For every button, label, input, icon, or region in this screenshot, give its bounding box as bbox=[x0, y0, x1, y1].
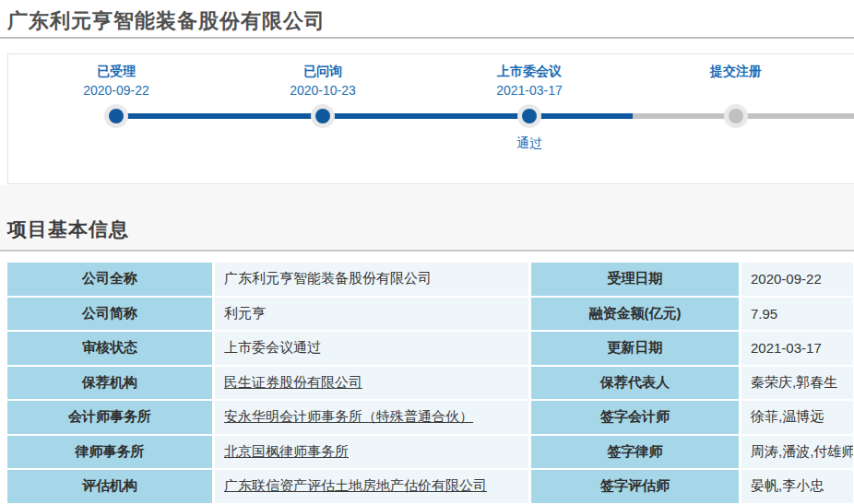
value-update-date: 2021-03-17 bbox=[741, 332, 853, 365]
label-sponsor-institution: 保荐机构 bbox=[7, 367, 212, 400]
label-acceptance-date: 受理日期 bbox=[531, 263, 739, 296]
label-signing-appraisers: 签字评估师 bbox=[531, 470, 739, 503]
stage-date-accepted: 2020-09-22 bbox=[42, 83, 190, 98]
label-law-firm: 律师事务所 bbox=[7, 436, 212, 469]
value-review-status: 上市委会议通过 bbox=[215, 332, 528, 365]
stage-dot-committee bbox=[522, 109, 537, 123]
value-company-full-name: 广东利元亨智能装备股份有限公司 bbox=[215, 263, 528, 296]
stage-label-accepted: 已受理 bbox=[42, 64, 190, 80]
value-sponsor-institution: 民生证券股份有限公司 bbox=[215, 367, 528, 400]
value-acceptance-date: 2020-09-22 bbox=[741, 263, 853, 296]
label-signing-lawyers: 签字律师 bbox=[531, 436, 739, 469]
value-signing-accountants: 徐菲,温博远 bbox=[741, 401, 853, 434]
sponsor-institution-link[interactable]: 民生证券股份有限公司 bbox=[224, 374, 362, 392]
stage-dot-accepted bbox=[109, 109, 124, 123]
law-firm-link[interactable]: 北京国枫律师事务所 bbox=[224, 443, 349, 461]
label-company-short-name: 公司简称 bbox=[7, 298, 212, 331]
label-financing-amount: 融资金额(亿元) bbox=[531, 298, 739, 331]
label-update-date: 更新日期 bbox=[531, 332, 739, 365]
stage-dot-inquired bbox=[315, 109, 330, 123]
value-accounting-firm: 安永华明会计师事务所（特殊普通合伙） bbox=[215, 401, 528, 434]
stage-label-inquired: 已问询 bbox=[249, 64, 397, 80]
value-signing-lawyers: 周涛,潘波,付雄师 bbox=[741, 436, 853, 469]
value-signing-appraisers: 晏帆,李小忠 bbox=[741, 470, 853, 503]
label-company-full-name: 公司全称 bbox=[7, 263, 212, 296]
label-sponsor-representatives: 保荐代表人 bbox=[531, 367, 739, 400]
value-sponsor-representatives: 秦荣庆,郭春生 bbox=[741, 367, 853, 400]
appraisal-institution-link[interactable]: 广东联信资产评估土地房地产估价有限公司 bbox=[224, 477, 487, 495]
ipo-timeline-panel: 已受理 2020-09-22 已问询 2020-10-23 上市委会议 2021… bbox=[7, 53, 854, 184]
value-appraisal-institution: 广东联信资产评估土地房地产估价有限公司 bbox=[215, 470, 528, 503]
title-divider bbox=[0, 37, 854, 39]
label-review-status: 审核状态 bbox=[7, 332, 212, 365]
page: 广东利元亨智能装备股份有限公司 已受理 2020-09-22 已问询 2020-… bbox=[0, 0, 854, 504]
stage-label-registration: 提交注册 bbox=[662, 64, 810, 80]
stage-dot-registration bbox=[729, 109, 743, 123]
accounting-firm-link[interactable]: 安永华明会计师事务所（特殊普通合伙） bbox=[224, 408, 473, 426]
project-info-table: 公司全称 广东利元亨智能装备股份有限公司 受理日期 2020-09-22 公司简… bbox=[7, 263, 853, 503]
value-company-short-name: 利元亨 bbox=[215, 298, 528, 331]
timeline-progress bbox=[116, 113, 633, 119]
label-signing-accountants: 签字会计师 bbox=[531, 401, 739, 434]
stage-date-committee: 2021-03-17 bbox=[456, 83, 603, 98]
value-financing-amount: 7.95 bbox=[741, 298, 853, 331]
label-appraisal-institution: 评估机构 bbox=[7, 470, 212, 503]
stage-label-committee: 上市委会议 bbox=[456, 64, 603, 80]
section-heading: 项目基本信息 bbox=[7, 217, 129, 242]
page-title: 广东利元亨智能装备股份有限公司 bbox=[7, 7, 326, 35]
value-law-firm: 北京国枫律师事务所 bbox=[215, 436, 528, 469]
stage-date-inquired: 2020-10-23 bbox=[249, 83, 397, 98]
label-accounting-firm: 会计师事务所 bbox=[7, 401, 212, 434]
section-heading-band: 项目基本信息 bbox=[0, 185, 854, 252]
stage-note-passed: 通过 bbox=[456, 135, 603, 152]
